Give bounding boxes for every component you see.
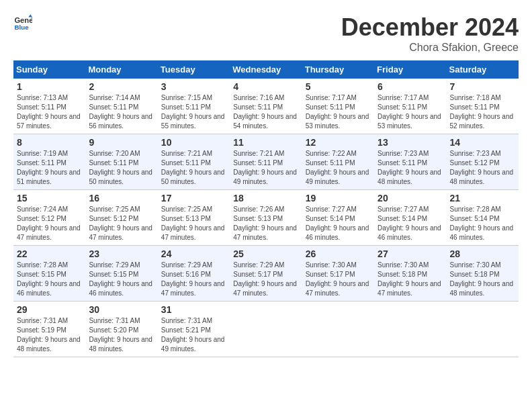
day-number: 25 [233, 248, 298, 259]
day-number: 12 [306, 137, 371, 148]
day-number: 26 [306, 248, 371, 259]
calendar-cell: 21 Sunrise: 7:28 AM Sunset: 5:14 PM Dayl… [447, 190, 519, 246]
calendar-row: 8 Sunrise: 7:19 AM Sunset: 5:11 PM Dayli… [13, 134, 519, 190]
day-number: 7 [450, 81, 515, 92]
calendar-cell: 24 Sunrise: 7:29 AM Sunset: 5:16 PM Dayl… [158, 246, 230, 302]
day-info: Sunrise: 7:13 AM Sunset: 5:11 PM Dayligh… [17, 93, 82, 131]
calendar-table: Sunday Monday Tuesday Wednesday Thursday… [13, 60, 519, 357]
day-number: 20 [378, 193, 443, 203]
day-info: Sunrise: 7:14 AM Sunset: 5:11 PM Dayligh… [89, 93, 154, 131]
day-info: Sunrise: 7:25 AM Sunset: 5:12 PM Dayligh… [89, 205, 154, 242]
calendar-row: 1 Sunrise: 7:13 AM Sunset: 5:11 PM Dayli… [13, 79, 519, 134]
calendar-cell: 30 Sunrise: 7:31 AM Sunset: 5:20 PM Dayl… [85, 302, 157, 357]
day-number: 15 [17, 193, 82, 203]
day-number: 27 [378, 248, 443, 259]
day-number: 2 [89, 81, 154, 92]
day-info: Sunrise: 7:28 AM Sunset: 5:14 PM Dayligh… [450, 205, 515, 242]
header-monday: Monday [85, 60, 157, 79]
day-number: 18 [233, 193, 298, 203]
day-info: Sunrise: 7:31 AM Sunset: 5:19 PM Dayligh… [17, 316, 82, 354]
header-wednesday: Wednesday [230, 60, 302, 79]
day-number: 21 [450, 193, 515, 203]
calendar-cell-empty [230, 302, 302, 357]
logo-icon: General Blue [13, 13, 32, 32]
day-info: Sunrise: 7:30 AM Sunset: 5:17 PM Dayligh… [306, 261, 371, 298]
day-info: Sunrise: 7:17 AM Sunset: 5:11 PM Dayligh… [378, 93, 443, 131]
calendar-cell: 9 Sunrise: 7:20 AM Sunset: 5:11 PM Dayli… [85, 134, 157, 190]
calendar-cell: 16 Sunrise: 7:25 AM Sunset: 5:12 PM Dayl… [85, 190, 157, 246]
day-number: 6 [378, 81, 443, 92]
day-number: 10 [161, 137, 226, 148]
calendar-cell: 15 Sunrise: 7:24 AM Sunset: 5:12 PM Dayl… [13, 190, 85, 246]
day-info: Sunrise: 7:25 AM Sunset: 5:13 PM Dayligh… [161, 205, 226, 242]
day-number: 19 [306, 193, 371, 203]
day-info: Sunrise: 7:29 AM Sunset: 5:17 PM Dayligh… [233, 261, 298, 298]
day-info: Sunrise: 7:28 AM Sunset: 5:15 PM Dayligh… [17, 261, 82, 298]
day-number: 3 [161, 81, 226, 92]
header-saturday: Saturday [447, 60, 519, 79]
weekday-header-row: Sunday Monday Tuesday Wednesday Thursday… [13, 60, 519, 79]
day-info: Sunrise: 7:15 AM Sunset: 5:11 PM Dayligh… [161, 93, 226, 131]
calendar-cell: 5 Sunrise: 7:17 AM Sunset: 5:11 PM Dayli… [302, 79, 374, 134]
calendar-cell: 12 Sunrise: 7:22 AM Sunset: 5:11 PM Dayl… [302, 134, 374, 190]
calendar-cell: 3 Sunrise: 7:15 AM Sunset: 5:11 PM Dayli… [158, 79, 230, 134]
day-number: 9 [89, 137, 154, 148]
calendar-cell: 18 Sunrise: 7:26 AM Sunset: 5:13 PM Dayl… [230, 190, 302, 246]
day-number: 22 [17, 248, 82, 259]
day-info: Sunrise: 7:29 AM Sunset: 5:16 PM Dayligh… [161, 261, 226, 298]
calendar-cell: 28 Sunrise: 7:30 AM Sunset: 5:18 PM Dayl… [447, 246, 519, 302]
day-info: Sunrise: 7:29 AM Sunset: 5:15 PM Dayligh… [89, 261, 154, 298]
day-info: Sunrise: 7:21 AM Sunset: 5:11 PM Dayligh… [233, 149, 298, 187]
day-number: 29 [17, 304, 82, 315]
calendar-cell: 6 Sunrise: 7:17 AM Sunset: 5:11 PM Dayli… [374, 79, 446, 134]
calendar-row: 29 Sunrise: 7:31 AM Sunset: 5:19 PM Dayl… [13, 302, 519, 357]
day-number: 1 [17, 81, 82, 92]
title-section: December 2024 Chora Sfakion, Greece [341, 13, 519, 54]
calendar-subtitle: Chora Sfakion, Greece [341, 42, 519, 54]
day-info: Sunrise: 7:21 AM Sunset: 5:11 PM Dayligh… [161, 149, 226, 187]
svg-text:Blue: Blue [14, 24, 29, 31]
day-number: 30 [89, 304, 154, 315]
day-info: Sunrise: 7:20 AM Sunset: 5:11 PM Dayligh… [89, 149, 154, 187]
day-number: 31 [161, 304, 226, 315]
day-info: Sunrise: 7:19 AM Sunset: 5:11 PM Dayligh… [17, 149, 82, 187]
calendar-cell-empty [447, 302, 519, 357]
header-sunday: Sunday [13, 60, 85, 79]
header-friday: Friday [374, 60, 446, 79]
day-number: 24 [161, 248, 226, 259]
day-info: Sunrise: 7:27 AM Sunset: 5:14 PM Dayligh… [378, 205, 443, 242]
day-info: Sunrise: 7:27 AM Sunset: 5:14 PM Dayligh… [306, 205, 371, 242]
day-info: Sunrise: 7:31 AM Sunset: 5:20 PM Dayligh… [89, 316, 154, 354]
day-info: Sunrise: 7:30 AM Sunset: 5:18 PM Dayligh… [450, 261, 515, 298]
day-info: Sunrise: 7:16 AM Sunset: 5:11 PM Dayligh… [233, 93, 298, 131]
calendar-title: December 2024 [341, 13, 519, 42]
calendar-cell: 23 Sunrise: 7:29 AM Sunset: 5:15 PM Dayl… [85, 246, 157, 302]
calendar-cell: 11 Sunrise: 7:21 AM Sunset: 5:11 PM Dayl… [230, 134, 302, 190]
calendar-cell: 29 Sunrise: 7:31 AM Sunset: 5:19 PM Dayl… [13, 302, 85, 357]
calendar-cell-empty [302, 302, 374, 357]
day-info: Sunrise: 7:23 AM Sunset: 5:11 PM Dayligh… [378, 149, 443, 187]
calendar-cell: 20 Sunrise: 7:27 AM Sunset: 5:14 PM Dayl… [374, 190, 446, 246]
day-number: 23 [89, 248, 154, 259]
calendar-cell: 25 Sunrise: 7:29 AM Sunset: 5:17 PM Dayl… [230, 246, 302, 302]
day-info: Sunrise: 7:26 AM Sunset: 5:13 PM Dayligh… [233, 205, 298, 242]
day-number: 16 [89, 193, 154, 203]
calendar-cell: 13 Sunrise: 7:23 AM Sunset: 5:11 PM Dayl… [374, 134, 446, 190]
calendar-cell: 27 Sunrise: 7:30 AM Sunset: 5:18 PM Dayl… [374, 246, 446, 302]
day-number: 11 [233, 137, 298, 148]
day-number: 4 [233, 81, 298, 92]
calendar-cell: 4 Sunrise: 7:16 AM Sunset: 5:11 PM Dayli… [230, 79, 302, 134]
day-number: 13 [378, 137, 443, 148]
calendar-cell: 22 Sunrise: 7:28 AM Sunset: 5:15 PM Dayl… [13, 246, 85, 302]
calendar-cell-empty [374, 302, 446, 357]
calendar-cell: 31 Sunrise: 7:31 AM Sunset: 5:21 PM Dayl… [158, 302, 230, 357]
day-info: Sunrise: 7:22 AM Sunset: 5:11 PM Dayligh… [306, 149, 371, 187]
logo: General Blue [13, 13, 32, 32]
day-info: Sunrise: 7:30 AM Sunset: 5:18 PM Dayligh… [378, 261, 443, 298]
day-number: 5 [306, 81, 371, 92]
calendar-row: 22 Sunrise: 7:28 AM Sunset: 5:15 PM Dayl… [13, 246, 519, 302]
calendar-body: 1 Sunrise: 7:13 AM Sunset: 5:11 PM Dayli… [13, 79, 519, 357]
day-number: 8 [17, 137, 82, 148]
day-info: Sunrise: 7:31 AM Sunset: 5:21 PM Dayligh… [161, 316, 226, 354]
calendar-cell: 14 Sunrise: 7:23 AM Sunset: 5:12 PM Dayl… [447, 134, 519, 190]
